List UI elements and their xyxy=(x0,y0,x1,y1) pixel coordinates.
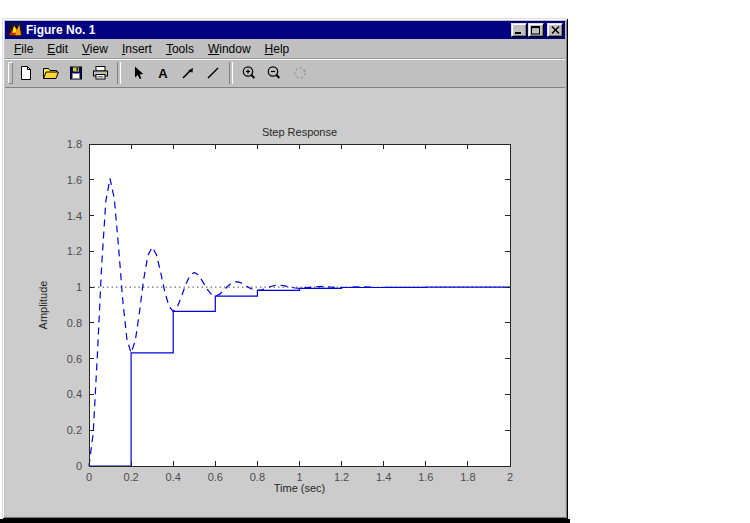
desktop: Figure No. 1 FileEditViewInsertToolsWind… xyxy=(0,0,750,523)
y-tick-label: 0.2 xyxy=(67,424,82,436)
plot-svg: 00.20.40.60.811.21.41.61.8200.20.40.60.8… xyxy=(5,88,565,516)
menu-file[interactable]: File xyxy=(7,40,40,58)
zoom-out-icon xyxy=(266,65,283,81)
add-line-button[interactable] xyxy=(200,61,225,85)
minimize-icon xyxy=(514,26,524,35)
y-tick-label: 0.4 xyxy=(67,388,82,400)
maximize-icon xyxy=(531,26,541,35)
zoom-in-icon xyxy=(241,65,258,81)
menu-help[interactable]: Help xyxy=(258,40,297,58)
y-tick-label: 1.8 xyxy=(67,138,82,150)
plot-area xyxy=(89,144,510,466)
toolbar: A xyxy=(5,58,565,88)
y-tick-label: 0 xyxy=(76,460,82,472)
menu-bar: FileEditViewInsertToolsWindowHelp xyxy=(5,40,565,58)
y-tick-label: 1 xyxy=(76,281,82,293)
y-tick-label: 0.8 xyxy=(67,317,82,329)
text-tool-icon: A xyxy=(155,65,171,81)
menu-edit[interactable]: Edit xyxy=(40,40,75,58)
screenshot-bottom-edge xyxy=(0,519,570,523)
cursor-arrow-icon xyxy=(130,65,146,81)
y-tick-label: 0.6 xyxy=(67,353,82,365)
new-figure-button[interactable] xyxy=(13,61,38,85)
matlab-logo-icon xyxy=(8,23,22,37)
new-document-icon xyxy=(18,65,34,81)
plot-title: Step Response xyxy=(89,126,510,138)
y-tick-label: 1.2 xyxy=(67,245,82,257)
add-text-button[interactable]: A xyxy=(150,61,175,85)
menu-window[interactable]: Window xyxy=(201,40,258,58)
rotate-3d-button[interactable] xyxy=(287,61,312,85)
zoom-out-button[interactable] xyxy=(262,61,287,85)
print-figure-button[interactable] xyxy=(88,61,113,85)
arrow-annotation-icon xyxy=(180,65,196,81)
toolbar-separator xyxy=(229,62,233,84)
menu-tools[interactable]: Tools xyxy=(159,40,201,58)
window-title: Figure No. 1 xyxy=(22,23,511,37)
toolbar-separator xyxy=(117,62,121,84)
pointer-tool-button[interactable] xyxy=(125,61,150,85)
svg-text:A: A xyxy=(158,66,168,81)
printer-icon xyxy=(92,65,110,81)
close-icon xyxy=(551,26,560,34)
save-figure-button[interactable] xyxy=(63,61,88,85)
add-arrow-button[interactable] xyxy=(175,61,200,85)
x-axis-label: Time (sec) xyxy=(89,482,510,494)
zoom-in-button[interactable] xyxy=(237,61,262,85)
close-button[interactable] xyxy=(547,23,563,37)
menu-view[interactable]: View xyxy=(75,40,115,58)
title-bar[interactable]: Figure No. 1 xyxy=(5,21,565,39)
line-tool-icon xyxy=(205,65,221,81)
figure-window: Figure No. 1 FileEditViewInsertToolsWind… xyxy=(2,18,568,519)
save-floppy-icon xyxy=(68,65,84,81)
rotate-3d-icon xyxy=(292,65,308,81)
menu-insert[interactable]: Insert xyxy=(115,40,159,58)
y-axis-label: Amplitude xyxy=(37,281,49,330)
figure-canvas: 00.20.40.60.811.21.41.61.8200.20.40.60.8… xyxy=(5,88,565,516)
minimize-button[interactable] xyxy=(511,23,527,37)
maximize-button[interactable] xyxy=(528,23,544,37)
open-file-button[interactable] xyxy=(38,61,63,85)
open-folder-icon xyxy=(42,65,60,81)
y-tick-label: 1.4 xyxy=(67,210,82,222)
y-tick-label: 1.6 xyxy=(67,174,82,186)
